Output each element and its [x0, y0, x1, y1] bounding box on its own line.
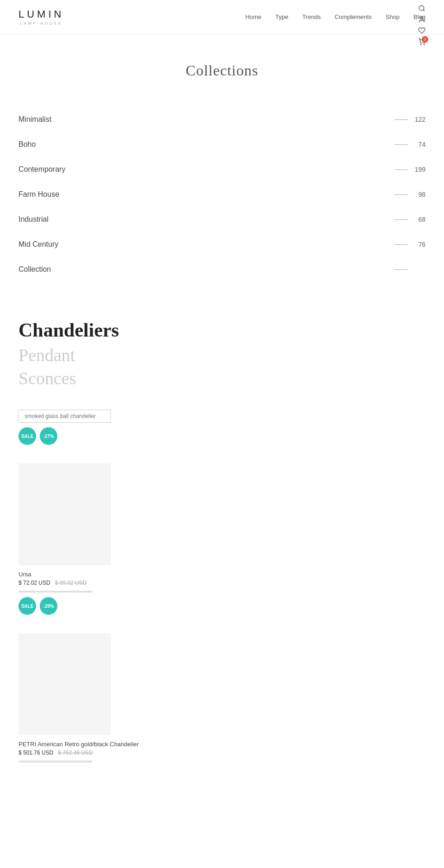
collection-name-boho: Boho	[18, 140, 36, 149]
type-active-chandeliers[interactable]: Chandeliers	[18, 319, 426, 341]
collection-name-farmhouse: Farm House	[18, 190, 59, 199]
collection-count-midcentury: 76	[412, 241, 426, 248]
search-input[interactable]: smoked glass ball chandelier	[18, 410, 111, 423]
badge-sale-2[interactable]: SALE	[18, 597, 36, 615]
logo[interactable]: LUMIN LAMP HOUSE	[18, 8, 64, 25]
collection-line	[394, 194, 408, 195]
logo-sub: LAMP HOUSE	[20, 21, 62, 25]
collection-item-contemporary[interactable]: Contemporary 199	[18, 157, 426, 182]
product-image-petri	[18, 633, 111, 735]
collection-count-contemporary: 199	[412, 166, 426, 173]
page-title-section: Collections	[0, 34, 444, 98]
product-name-ursa: Ursa	[18, 571, 426, 578]
nav-trends[interactable]: Trends	[302, 13, 321, 20]
collection-item-industrial[interactable]: Industrial 68	[18, 207, 426, 232]
collection-right-farmhouse: 98	[394, 191, 426, 198]
logo-text: LUMIN	[18, 8, 64, 20]
search-bar-area: smoked glass ball chandelier SALE -27%	[0, 400, 444, 454]
collection-name-midcentury: Mid Century	[18, 240, 58, 249]
collection-line	[394, 219, 408, 220]
type-section: Chandeliers Pendant Sconces	[0, 300, 444, 400]
collection-item-collection[interactable]: Collection	[18, 257, 426, 282]
badge-discount-1[interactable]: -27%	[40, 427, 57, 445]
tag-badges-row1: SALE -27%	[18, 427, 426, 445]
nav-shop[interactable]: Shop	[386, 13, 400, 20]
price-original-ursa: $ 99.02 USD	[55, 580, 87, 586]
collection-right-boho: 74	[394, 141, 426, 148]
search-button[interactable]	[418, 5, 426, 14]
collection-item-farmhouse[interactable]: Farm House 98	[18, 182, 426, 207]
collection-right-collection	[394, 269, 426, 270]
collection-count-farmhouse: 98	[412, 191, 426, 198]
collection-line	[394, 244, 408, 245]
product-image-ursa	[18, 463, 111, 565]
price-original-petri: $ 762.48 USD	[58, 749, 92, 756]
badge-discount-2[interactable]: -29%	[40, 597, 57, 615]
badge-sale-1[interactable]: SALE	[18, 427, 36, 445]
product-name-petri: PETRI American Retro gold/black Chandeli…	[18, 741, 426, 748]
collection-right-industrial: 68	[394, 216, 426, 223]
price-current-ursa: $ 72.02 USD	[18, 580, 50, 586]
cart-count: 0	[422, 36, 428, 43]
product-bar-ursa	[18, 591, 92, 593]
product-card-petri[interactable]: PETRI American Retro gold/black Chandeli…	[18, 633, 426, 762]
wishlist-button[interactable]	[418, 27, 426, 36]
collection-line	[394, 119, 408, 120]
price-current-petri: $ 501.76 USD	[18, 749, 53, 756]
collection-item-minimalist[interactable]: Minimalist 122	[18, 107, 426, 132]
collection-name-contemporary: Contemporary	[18, 165, 65, 174]
page-title: Collections	[18, 62, 426, 79]
tag-badges-row2: SALE -29%	[18, 597, 426, 615]
nav-complements[interactable]: Complements	[334, 13, 371, 20]
type-inactive-sconces[interactable]: Sconces	[18, 368, 426, 388]
collection-right-minimalist: 122	[394, 116, 426, 123]
collection-count-boho: 74	[412, 141, 426, 148]
collection-count-industrial: 68	[412, 216, 426, 223]
collection-item-midcentury[interactable]: Mid Century 76	[18, 232, 426, 257]
collection-name-collection: Collection	[18, 265, 51, 274]
collection-right-contemporary: 199	[394, 166, 426, 173]
product-card-ursa[interactable]: Ursa $ 72.02 USD $ 99.02 USD SALE -29%	[18, 463, 426, 615]
account-button[interactable]	[418, 16, 426, 25]
header-icons: 0	[418, 5, 426, 47]
collection-count-minimalist: 122	[412, 116, 426, 123]
svg-point-2	[420, 17, 423, 19]
svg-point-4	[424, 44, 425, 44]
collection-line	[394, 144, 408, 145]
collection-name-minimalist: Minimalist	[18, 115, 51, 124]
product-bar-petri	[18, 761, 92, 762]
collection-right-midcentury: 76	[394, 241, 426, 248]
product-area: Ursa $ 72.02 USD $ 99.02 USD SALE -29% P…	[0, 454, 444, 790]
main-nav: Home Type Trends Complements Shop Blog	[246, 13, 426, 20]
nav-type[interactable]: Type	[275, 13, 288, 20]
collection-line	[394, 269, 408, 270]
collections-list: Minimalist 122 Boho 74 Contemporary 199 …	[0, 98, 444, 300]
svg-point-3	[420, 44, 421, 44]
product-prices-ursa: $ 72.02 USD $ 99.02 USD	[18, 580, 426, 586]
product-prices-petri: $ 501.76 USD $ 762.48 USD	[18, 749, 426, 756]
svg-line-1	[423, 10, 425, 11]
cart-button[interactable]: 0	[418, 38, 426, 47]
header: LUMIN LAMP HOUSE Home Type Trends Comple…	[0, 0, 444, 34]
svg-point-0	[419, 6, 424, 11]
collection-item-boho[interactable]: Boho 74	[18, 132, 426, 157]
nav-home[interactable]: Home	[246, 13, 262, 20]
type-inactive-pendant[interactable]: Pendant	[18, 345, 426, 365]
collection-line	[394, 169, 408, 170]
collection-name-industrial: Industrial	[18, 215, 49, 224]
